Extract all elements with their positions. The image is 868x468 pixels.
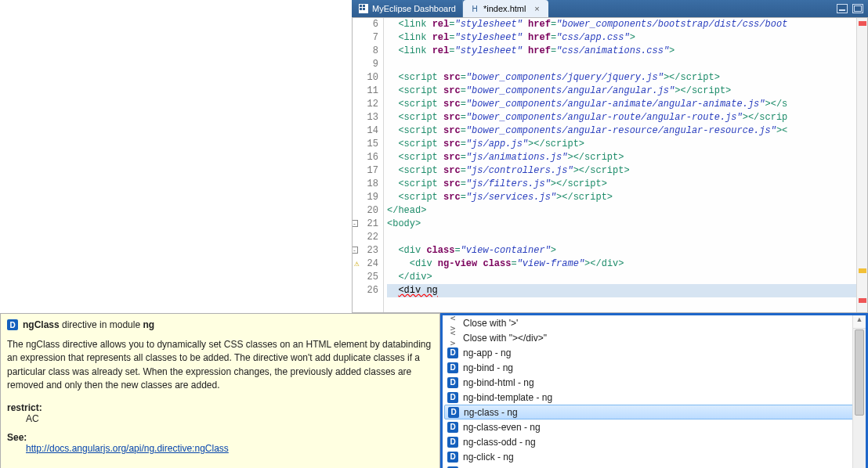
maximize-button[interactable]: [852, 4, 863, 13]
directive-icon: D: [447, 377, 458, 388]
close-icon[interactable]: ×: [532, 4, 541, 13]
directive-icon: D: [447, 452, 458, 463]
autocomplete-item[interactable]: Dng-bind - ng: [444, 360, 866, 375]
grid-icon: [358, 3, 369, 14]
autocomplete-item-label: ng-bind-template - ng: [463, 392, 552, 403]
editor-tabbar: MyEclipse Dashboard H *index.html ×: [352, 0, 868, 17]
doc-title-mid: directive in module: [60, 319, 143, 330]
code-line[interactable]: <script src="bower_components/angular/an…: [387, 85, 856, 98]
line-number: 8: [353, 45, 383, 58]
minimize-button[interactable]: [837, 4, 848, 13]
code-line[interactable]: <link rel="stylesheet" href="css/app.css…: [387, 31, 856, 45]
doc-hover-panel: D ngClass directive in module ng The ngC…: [0, 313, 440, 468]
overview-mark-warn: [859, 268, 866, 273]
code-line[interactable]: [387, 58, 856, 71]
line-number: 25: [353, 271, 383, 284]
autocomplete-item[interactable]: Dng-click - ng: [444, 449, 866, 464]
line-number: 9: [353, 58, 383, 71]
directive-icon: D: [7, 319, 18, 330]
code-line[interactable]: <body>: [387, 218, 856, 231]
code-editor[interactable]: 6789101112131415161718192021-2223-242526…: [352, 17, 868, 313]
code-line[interactable]: <script src="js/services.js"></script>: [387, 191, 856, 204]
autocomplete-item[interactable]: Dng-click - ngTouch: [444, 464, 866, 468]
code-line[interactable]: <script src="bower_components/angular-an…: [387, 98, 856, 111]
doc-title-module: ng: [143, 319, 154, 330]
line-number: 15: [353, 138, 383, 151]
fold-toggle[interactable]: -: [352, 220, 358, 227]
directive-icon: D: [447, 362, 458, 373]
autocomplete-list[interactable]: < >Close with '>'< >Close with "></div>"…: [443, 315, 866, 468]
autocomplete-item[interactable]: < >Close with "></div>": [444, 330, 866, 345]
tab-index-html[interactable]: H *index.html ×: [463, 0, 548, 17]
doc-see-label: See:: [7, 432, 433, 443]
svg-rect-1: [360, 5, 362, 7]
line-number: 10: [353, 71, 383, 85]
code-line[interactable]: <script src="js/animations.js"></script>: [387, 151, 856, 164]
autocomplete-item[interactable]: Dng-bind-html - ng: [444, 375, 866, 390]
directive-icon: D: [447, 347, 458, 358]
overview-mark-error: [859, 298, 866, 303]
angle-brackets-icon: < >: [447, 328, 458, 348]
code-line[interactable]: <link rel="stylesheet" href="css/animati…: [387, 45, 856, 58]
tab-dashboard[interactable]: MyEclipse Dashboard: [352, 0, 463, 17]
autocomplete-item[interactable]: < >Close with '>': [444, 315, 866, 330]
code-line[interactable]: <script src="js/filters.js"></script>: [387, 178, 856, 191]
doc-title: D ngClass directive in module ng: [7, 319, 433, 330]
svg-rect-3: [360, 8, 362, 10]
scroll-thumb[interactable]: [855, 329, 864, 416]
autocomplete-item-label: ng-app - ng: [463, 347, 511, 358]
code-line[interactable]: <script src="bower_components/angular-re…: [387, 124, 856, 138]
directive-icon: D: [448, 407, 459, 418]
doc-restrict-label: restrict:: [7, 402, 433, 413]
autocomplete-item-label: ng-click - ng: [463, 452, 514, 463]
code-line[interactable]: </head>: [387, 204, 856, 218]
code-line[interactable]: <script src="js/controllers.js"></script…: [387, 164, 856, 178]
code-line[interactable]: <div class="view-container">: [387, 244, 856, 257]
autocomplete-item[interactable]: Dng-bind-template - ng: [444, 390, 866, 405]
doc-title-name: ngClass: [23, 319, 60, 330]
code-line[interactable]: <div ng-view class="view-frame"></div>: [387, 257, 856, 271]
directive-icon: D: [447, 437, 458, 448]
code-line[interactable]: <link rel="stylesheet" href="bower_compo…: [387, 18, 856, 31]
code-line[interactable]: <script src="bower_components/jquery/jqu…: [387, 71, 856, 85]
autocomplete-item-label: ng-class-even - ng: [463, 422, 541, 433]
line-number: 14: [353, 124, 383, 138]
directive-icon: D: [447, 392, 458, 403]
code-line[interactable]: <div ng: [387, 284, 856, 297]
autocomplete-item-label: ng-bind - ng: [463, 362, 513, 373]
autocomplete-item[interactable]: Dng-class - ng: [444, 405, 866, 419]
code-line[interactable]: [387, 231, 856, 244]
autocomplete-item-label: ng-bind-html - ng: [463, 377, 534, 388]
autocomplete-item-label: Close with '>': [463, 318, 518, 329]
code-line[interactable]: <script src="bower_components/angular-ro…: [387, 111, 856, 124]
html-file-icon: H: [469, 3, 480, 14]
doc-restrict-value: AC: [7, 413, 433, 424]
autocomplete-popup: < >Close with '>'< >Close with "></div>"…: [440, 313, 868, 468]
line-number: 22: [353, 231, 383, 244]
line-number: 21-: [353, 218, 383, 231]
line-number: 17: [353, 164, 383, 178]
tab-label: *index.html: [483, 4, 526, 13]
line-number: 26: [353, 284, 383, 297]
tab-label: MyEclipse Dashboard: [372, 4, 456, 13]
svg-rect-4: [363, 8, 365, 10]
autocomplete-item[interactable]: Dng-class-even - ng: [444, 419, 866, 434]
line-number: 12: [353, 98, 383, 111]
autocomplete-item[interactable]: Dng-class-odd - ng: [444, 434, 866, 449]
code-area[interactable]: <link rel="stylesheet" href="bower_compo…: [384, 18, 856, 312]
code-line[interactable]: </div>: [387, 271, 856, 284]
scrollbar[interactable]: ▲ ▼: [852, 315, 866, 468]
autocomplete-item[interactable]: Dng-app - ng: [444, 345, 866, 360]
doc-body: The ngClass directive allows you to dyna…: [7, 338, 433, 393]
scroll-up-button[interactable]: ▲: [853, 315, 866, 329]
doc-see-link[interactable]: http://docs.angularjs.org/api/ng.directi…: [26, 443, 229, 454]
code-line[interactable]: <script src="js/app.js"></script>: [387, 138, 856, 151]
svg-rect-2: [363, 5, 365, 7]
line-number: 18: [353, 178, 383, 191]
fold-toggle[interactable]: -: [352, 247, 358, 254]
overview-ruler[interactable]: [856, 18, 867, 312]
line-number: 24: [353, 257, 383, 271]
autocomplete-item-label: ng-class-odd - ng: [463, 437, 536, 448]
line-number: 20: [353, 204, 383, 218]
line-number: 16: [353, 151, 383, 164]
